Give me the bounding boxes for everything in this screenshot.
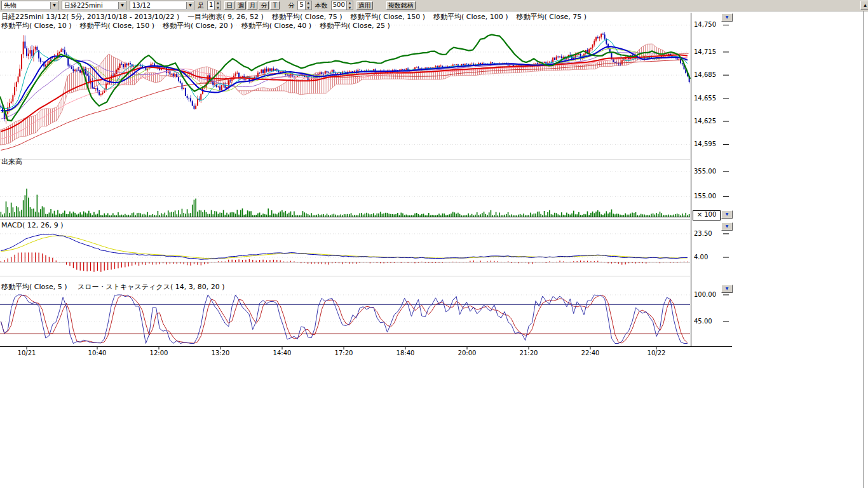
chevron-down-icon: ▼ <box>118 2 126 9</box>
price-panel-menu-arrow[interactable]: ▼ <box>721 13 733 22</box>
symbol-value: 日経225mini <box>62 2 118 9</box>
bar-type-button-group: 日週月分T <box>224 1 280 10</box>
minute-count-input[interactable]: 5 ▲▼ <box>297 1 311 10</box>
bar-type-button-日[interactable]: 日 <box>224 1 234 10</box>
bar-type-button-月[interactable]: 月 <box>247 1 257 10</box>
symbol-select[interactable]: 日経225mini ▼ <box>62 1 126 10</box>
bar-count-label: 本数 <box>315 2 328 10</box>
minute-label: 分 <box>288 2 294 10</box>
scroll-up-icon: ▲ <box>864 3 867 7</box>
instrument-type-select[interactable]: 先物 ▼ <box>1 1 58 10</box>
multi-symbol-button[interactable]: 複数銘柄 <box>386 1 416 10</box>
spinner-arrows-icon[interactable]: ▲▼ <box>214 1 220 10</box>
chart-canvas <box>0 0 868 488</box>
bar-type-button-週[interactable]: 週 <box>236 1 246 10</box>
spinner-arrows-icon[interactable]: ▲▼ <box>305 1 311 10</box>
contract-month-value: 13/12 <box>130 2 186 9</box>
chevron-down-icon: ▼ <box>50 2 58 9</box>
macd-panel-menu-arrow[interactable]: ▼ <box>721 222 733 231</box>
bar-type-button-T[interactable]: T <box>270 1 280 10</box>
minute-count-value: 5 <box>298 1 304 10</box>
toolbar: 先物 ▼ 日経225mini ▼ 13/12 ▼ 足 1 ▲▼ 日週月分T 分 … <box>0 0 868 11</box>
chevron-down-icon: ▼ <box>186 2 194 9</box>
bar-count-input[interactable]: 500 ▲▼ <box>331 1 353 10</box>
volume-panel-menu-arrow[interactable]: ▼ <box>721 210 733 219</box>
scroll-up-button[interactable]: ▲ <box>860 1 868 10</box>
bar-interval-value: 1 <box>208 1 214 10</box>
bar-type-label: 足 <box>198 2 204 10</box>
instrument-type-value: 先物 <box>2 2 50 9</box>
spinner-arrows-icon[interactable]: ▲▼ <box>346 1 353 10</box>
bar-interval-input[interactable]: 1 ▲▼ <box>207 1 221 10</box>
bar-count-value: 500 <box>332 1 346 10</box>
apply-button[interactable]: 適用 <box>356 1 373 10</box>
bar-type-button-分[interactable]: 分 <box>259 1 269 10</box>
stoch-panel-menu-arrow[interactable]: ▼ <box>721 285 733 293</box>
contract-month-select[interactable]: 13/12 ▼ <box>130 1 194 10</box>
